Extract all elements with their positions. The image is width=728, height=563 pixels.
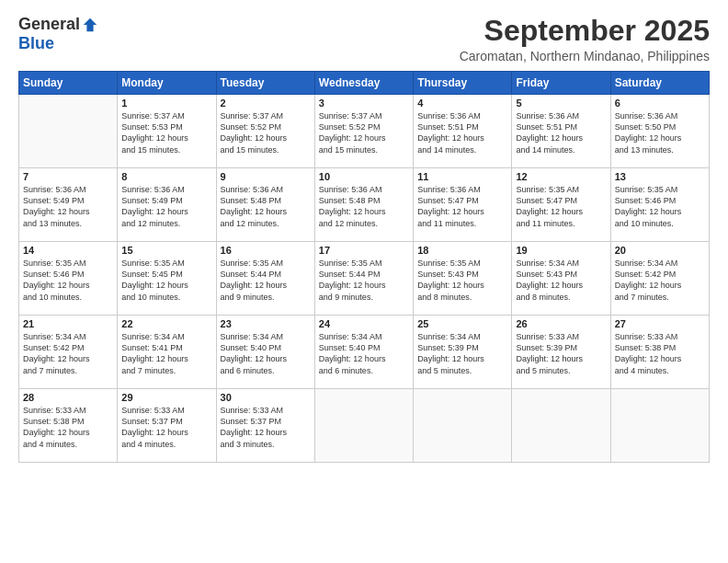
day-number: 1 <box>121 98 211 109</box>
table-cell: 16Sunrise: 5:35 AMSunset: 5:44 PMDayligh… <box>216 242 314 316</box>
cell-content: Sunrise: 5:35 AMSunset: 5:44 PMDaylight:… <box>221 258 311 303</box>
col-sunday: Sunday <box>19 72 118 95</box>
day-number: 23 <box>221 318 311 329</box>
day-number: 29 <box>121 392 211 403</box>
day-number: 9 <box>221 171 311 182</box>
table-cell: 25Sunrise: 5:34 AMSunset: 5:39 PMDayligh… <box>414 316 512 389</box>
logo-blue-text: Blue <box>18 34 54 53</box>
cell-content: Sunrise: 5:37 AMSunset: 5:53 PMDaylight:… <box>121 110 211 155</box>
day-number: 20 <box>615 245 705 256</box>
day-number: 5 <box>516 98 606 109</box>
cell-content: Sunrise: 5:36 AMSunset: 5:49 PMDaylight:… <box>23 184 113 229</box>
day-number: 28 <box>23 392 113 403</box>
table-cell: 9Sunrise: 5:36 AMSunset: 5:48 PMDaylight… <box>216 168 314 242</box>
table-cell <box>512 389 610 463</box>
month-title: September 2025 <box>460 15 710 47</box>
cell-content: Sunrise: 5:33 AMSunset: 5:38 PMDaylight:… <box>615 331 705 376</box>
table-cell: 13Sunrise: 5:35 AMSunset: 5:46 PMDayligh… <box>610 168 709 242</box>
page: General Blue September 2025 Caromatan, N… <box>0 0 728 563</box>
day-number: 22 <box>121 318 211 329</box>
day-number: 3 <box>319 98 409 109</box>
cell-content: Sunrise: 5:35 AMSunset: 5:46 PMDaylight:… <box>23 258 113 303</box>
table-cell: 30Sunrise: 5:33 AMSunset: 5:37 PMDayligh… <box>216 389 314 463</box>
calendar-table: Sunday Monday Tuesday Wednesday Thursday… <box>18 71 710 463</box>
day-number: 26 <box>516 318 606 329</box>
col-monday: Monday <box>118 72 216 95</box>
logo-icon <box>82 17 98 33</box>
table-cell: 20Sunrise: 5:34 AMSunset: 5:42 PMDayligh… <box>610 242 709 316</box>
cell-content: Sunrise: 5:34 AMSunset: 5:42 PMDaylight:… <box>615 258 705 303</box>
cell-content: Sunrise: 5:34 AMSunset: 5:42 PMDaylight:… <box>23 331 113 376</box>
table-cell: 10Sunrise: 5:36 AMSunset: 5:48 PMDayligh… <box>314 168 413 242</box>
day-number: 7 <box>23 171 113 182</box>
week-row-2: 7Sunrise: 5:36 AMSunset: 5:49 PMDaylight… <box>19 168 710 242</box>
day-number: 14 <box>23 245 113 256</box>
cell-content: Sunrise: 5:35 AMSunset: 5:44 PMDaylight:… <box>319 258 409 303</box>
table-cell <box>19 95 118 168</box>
cell-content: Sunrise: 5:36 AMSunset: 5:47 PMDaylight:… <box>417 184 507 229</box>
cell-content: Sunrise: 5:35 AMSunset: 5:43 PMDaylight:… <box>417 258 507 303</box>
table-cell: 21Sunrise: 5:34 AMSunset: 5:42 PMDayligh… <box>19 316 118 389</box>
cell-content: Sunrise: 5:34 AMSunset: 5:40 PMDaylight:… <box>221 331 311 376</box>
cell-content: Sunrise: 5:37 AMSunset: 5:52 PMDaylight:… <box>319 110 409 155</box>
svg-marker-0 <box>84 17 97 30</box>
cell-content: Sunrise: 5:34 AMSunset: 5:43 PMDaylight:… <box>516 258 606 303</box>
cell-content: Sunrise: 5:36 AMSunset: 5:48 PMDaylight:… <box>221 184 311 229</box>
cell-content: Sunrise: 5:34 AMSunset: 5:41 PMDaylight:… <box>121 331 211 376</box>
table-cell: 8Sunrise: 5:36 AMSunset: 5:49 PMDaylight… <box>118 168 216 242</box>
day-number: 17 <box>319 245 409 256</box>
cell-content: Sunrise: 5:35 AMSunset: 5:45 PMDaylight:… <box>121 258 211 303</box>
cell-content: Sunrise: 5:35 AMSunset: 5:46 PMDaylight:… <box>615 184 705 229</box>
table-cell: 18Sunrise: 5:35 AMSunset: 5:43 PMDayligh… <box>414 242 512 316</box>
cell-content: Sunrise: 5:37 AMSunset: 5:52 PMDaylight:… <box>221 110 311 155</box>
cell-content: Sunrise: 5:33 AMSunset: 5:37 PMDaylight:… <box>121 405 211 450</box>
col-wednesday: Wednesday <box>314 72 413 95</box>
day-number: 8 <box>121 171 211 182</box>
day-number: 21 <box>23 318 113 329</box>
logo-general-text: General <box>18 15 80 34</box>
table-cell: 4Sunrise: 5:36 AMSunset: 5:51 PMDaylight… <box>414 95 512 168</box>
table-cell: 6Sunrise: 5:36 AMSunset: 5:50 PMDaylight… <box>610 95 709 168</box>
day-number: 12 <box>516 171 606 182</box>
table-cell: 11Sunrise: 5:36 AMSunset: 5:47 PMDayligh… <box>414 168 512 242</box>
logo: General Blue <box>18 15 98 53</box>
week-row-3: 14Sunrise: 5:35 AMSunset: 5:46 PMDayligh… <box>19 242 710 316</box>
col-friday: Friday <box>512 72 610 95</box>
cell-content: Sunrise: 5:36 AMSunset: 5:50 PMDaylight:… <box>615 110 705 155</box>
table-cell: 27Sunrise: 5:33 AMSunset: 5:38 PMDayligh… <box>610 316 709 389</box>
table-cell: 24Sunrise: 5:34 AMSunset: 5:40 PMDayligh… <box>314 316 413 389</box>
cell-content: Sunrise: 5:36 AMSunset: 5:48 PMDaylight:… <box>319 184 409 229</box>
cell-content: Sunrise: 5:34 AMSunset: 5:40 PMDaylight:… <box>319 331 409 376</box>
header-row: Sunday Monday Tuesday Wednesday Thursday… <box>19 72 710 95</box>
cell-content: Sunrise: 5:33 AMSunset: 5:38 PMDaylight:… <box>23 405 113 450</box>
table-cell <box>314 389 413 463</box>
day-number: 11 <box>417 171 507 182</box>
day-number: 13 <box>615 171 705 182</box>
table-cell: 19Sunrise: 5:34 AMSunset: 5:43 PMDayligh… <box>512 242 610 316</box>
week-row-1: 1Sunrise: 5:37 AMSunset: 5:53 PMDaylight… <box>19 95 710 168</box>
col-tuesday: Tuesday <box>216 72 314 95</box>
cell-content: Sunrise: 5:36 AMSunset: 5:49 PMDaylight:… <box>121 184 211 229</box>
week-row-5: 28Sunrise: 5:33 AMSunset: 5:38 PMDayligh… <box>19 389 710 463</box>
day-number: 30 <box>221 392 311 403</box>
table-cell: 3Sunrise: 5:37 AMSunset: 5:52 PMDaylight… <box>314 95 413 168</box>
week-row-4: 21Sunrise: 5:34 AMSunset: 5:42 PMDayligh… <box>19 316 710 389</box>
day-number: 18 <box>417 245 507 256</box>
cell-content: Sunrise: 5:35 AMSunset: 5:47 PMDaylight:… <box>516 184 606 229</box>
day-number: 25 <box>417 318 507 329</box>
cell-content: Sunrise: 5:34 AMSunset: 5:39 PMDaylight:… <box>417 331 507 376</box>
day-number: 16 <box>221 245 311 256</box>
cell-content: Sunrise: 5:33 AMSunset: 5:39 PMDaylight:… <box>516 331 606 376</box>
table-cell: 1Sunrise: 5:37 AMSunset: 5:53 PMDaylight… <box>118 95 216 168</box>
cell-content: Sunrise: 5:36 AMSunset: 5:51 PMDaylight:… <box>516 110 606 155</box>
day-number: 4 <box>417 98 507 109</box>
day-number: 2 <box>221 98 311 109</box>
table-cell: 5Sunrise: 5:36 AMSunset: 5:51 PMDaylight… <box>512 95 610 168</box>
day-number: 19 <box>516 245 606 256</box>
table-cell: 28Sunrise: 5:33 AMSunset: 5:38 PMDayligh… <box>19 389 118 463</box>
day-number: 6 <box>615 98 705 109</box>
table-cell: 15Sunrise: 5:35 AMSunset: 5:45 PMDayligh… <box>118 242 216 316</box>
table-cell: 23Sunrise: 5:34 AMSunset: 5:40 PMDayligh… <box>216 316 314 389</box>
day-number: 15 <box>121 245 211 256</box>
day-number: 24 <box>319 318 409 329</box>
